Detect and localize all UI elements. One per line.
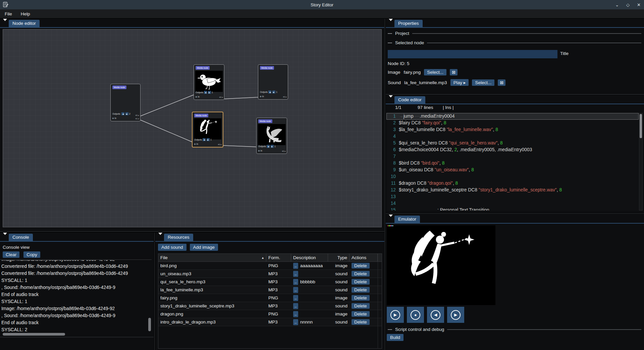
code-line[interactable]: 3$la_fee_luminelle DC8 "la_fee_luminelle…	[386, 126, 639, 133]
code-line[interactable]: 6$mediaChoice0004 DC32, 2, .mediaEntry00…	[386, 147, 639, 153]
decrement-output-button[interactable]: ◀	[204, 91, 207, 94]
delete-button[interactable]: Delete	[352, 295, 370, 301]
table-row[interactable]: intro_drako_le_dragon.mp3MP3..nnnnnsound…	[158, 318, 382, 326]
bird-node[interactable]: Media nodeOutputs◀▶1In#0 ▸	[194, 64, 224, 100]
close-icon[interactable]: ✕	[637, 2, 641, 7]
increment-output-button[interactable]: ▶	[208, 91, 211, 94]
code-line[interactable]: 1→jump····.mediaEntry0004	[386, 113, 639, 120]
node-input-pin[interactable]: In	[196, 96, 200, 98]
increment-output-button[interactable]: ▶	[125, 112, 128, 115]
horizontal-splitter[interactable]	[0, 231, 384, 232]
table-row[interactable]: bird.pngPNG..aaaaaaaaaimageDelete	[158, 262, 382, 270]
node-output-pin[interactable]: #0 ▸	[219, 96, 223, 98]
delete-button[interactable]: Delete	[352, 271, 370, 277]
console-vertical-scrollbar[interactable]	[148, 260, 152, 332]
build-button[interactable]: Build	[387, 334, 404, 341]
code-line[interactable]: 11$dragon DC8 "dragon.qoi", 8	[386, 180, 639, 187]
column-header-actions[interactable]: Actions	[350, 254, 378, 261]
decrement-output-button[interactable]: ◀	[267, 145, 270, 148]
code-line[interactable]: 14	[386, 200, 639, 207]
image-clear-button[interactable]: ⊠	[450, 69, 458, 75]
edit-description-button[interactable]: ..	[293, 263, 298, 269]
play-button[interactable]: ▶	[387, 307, 404, 323]
decrement-output-button[interactable]: ◀	[121, 112, 124, 115]
add-sound-button[interactable]: Add sound	[158, 244, 186, 251]
code-line[interactable]: 8$bird DC8 "bird.qoi", 8	[386, 160, 639, 167]
code-line[interactable]: 10	[386, 173, 639, 180]
forward-button[interactable]: ▶	[447, 307, 464, 323]
code-line[interactable]: 5$qui_sera_le_hero DC8 "qui_sera_le_hero…	[386, 140, 639, 147]
vertical-splitter[interactable]	[154, 233, 155, 350]
tab-code-editor[interactable]: Code editor	[394, 96, 425, 104]
image-select-button[interactable]: Select...	[424, 69, 446, 75]
code-text-area[interactable]: 1→jump····.mediaEntry00042$fairy DC8 "fa…	[386, 113, 639, 211]
edit-description-button[interactable]: ..	[293, 279, 298, 285]
menu-file[interactable]: File	[5, 11, 12, 16]
code-line[interactable]: 4	[386, 133, 639, 140]
node-input-pin[interactable]: In	[112, 117, 116, 119]
code-line[interactable]: 7	[386, 153, 639, 160]
copy-button[interactable]: Copy	[23, 251, 40, 258]
column-header-description[interactable]: Description	[291, 254, 328, 261]
collapse-icon[interactable]	[388, 21, 393, 25]
table-row[interactable]: la_fee_luminelle.mp3MP3..soundDelete	[158, 286, 382, 294]
code-line[interactable]: 9$un_oiseau DC8 "un_oiseau.wav", 8	[386, 167, 639, 173]
collapse-icon[interactable]	[2, 235, 7, 239]
node-input-pin[interactable]: In	[194, 143, 198, 145]
increment-output-button[interactable]: ▶	[207, 138, 210, 141]
tab-emulator[interactable]: Emulator	[394, 216, 420, 223]
table-row[interactable]: qui_sera_le_hero.mp3MP3..bbbbbbsoundDele…	[158, 278, 382, 286]
node-graph-canvas[interactable]: Media nodeOutputs:◀▶2In#0 ▸#1 ▸Media nod…	[3, 29, 382, 227]
scrollbar-thumb[interactable]	[148, 318, 151, 331]
node-input-pin[interactable]: In	[260, 95, 264, 98]
tab-resources[interactable]: Resources	[164, 234, 193, 241]
code-line[interactable]: 13	[386, 193, 639, 200]
collapse-icon[interactable]	[388, 98, 393, 102]
code-line[interactable]: 2$fairy DC8 "fairy.qoi", 8	[386, 120, 639, 126]
clear-button[interactable]: Clear	[3, 251, 19, 258]
collapse-icon[interactable]	[2, 21, 7, 25]
collapse-icon[interactable]	[158, 235, 162, 239]
tab-node-editor[interactable]: Node editor	[9, 20, 40, 27]
scrollbar-thumb[interactable]	[640, 114, 642, 138]
back-button[interactable]: ◀	[427, 307, 444, 323]
delete-button[interactable]: Delete	[352, 311, 370, 317]
increment-output-button[interactable]: ▶	[271, 145, 274, 148]
collapse-icon[interactable]	[388, 217, 393, 221]
console-log[interactable]: Image: /home/anthony/ostproj/ba869e4b-03…	[1, 260, 147, 332]
column-header-file[interactable]: File▲	[158, 254, 266, 261]
decrement-output-button[interactable]: ◀	[203, 138, 206, 141]
menu-help[interactable]: Help	[21, 11, 30, 16]
node-output-pin[interactable]: #0 ▸	[218, 143, 222, 145]
choice-node[interactable]: Media nodeOutputs◀▶1In#0 ▸	[258, 64, 288, 100]
decrement-output-button[interactable]: ◀	[268, 91, 271, 94]
edit-description-button[interactable]: ..	[293, 319, 298, 325]
code-line[interactable]: 12$story1_drako_luminelle_sceptre DC8 "s…	[386, 187, 639, 193]
table-row[interactable]: dragon.pngPNG..imageDelete	[158, 310, 382, 318]
delete-button[interactable]: Delete	[352, 319, 370, 325]
table-row[interactable]: un_oiseau.mp3MP3..soundDelete	[158, 270, 382, 278]
node-output-pin[interactable]: #1 ▸	[136, 117, 139, 120]
increment-output-button[interactable]: ▶	[272, 91, 275, 94]
sound-play-button[interactable]: Play ▸	[450, 79, 469, 86]
edit-description-button[interactable]: ..	[293, 295, 298, 301]
console-horizontal-scrollbar[interactable]	[2, 333, 146, 336]
node-output-pin[interactable]: #0 ▸	[282, 150, 286, 152]
delete-button[interactable]: Delete	[352, 287, 370, 293]
edit-description-button[interactable]: ..	[293, 311, 298, 317]
tab-console[interactable]: Console	[9, 234, 33, 241]
delete-button[interactable]: Delete	[352, 303, 370, 309]
node-output-pin[interactable]: #0 ▸	[283, 96, 287, 98]
stop-button[interactable]: ■	[407, 307, 424, 323]
add-image-button[interactable]: Add image	[190, 244, 218, 251]
delete-button[interactable]: Delete	[352, 279, 370, 285]
node-output-pin[interactable]: #0 ▸	[136, 114, 139, 116]
table-row[interactable]: story1_drako_luminelle_sceptre.mp3MP3..s…	[158, 302, 382, 310]
scrollbar-thumb[interactable]	[3, 333, 65, 336]
maximize-icon[interactable]: ◇	[626, 2, 630, 7]
sound-select-button[interactable]: Select...	[472, 79, 494, 86]
fairy-node[interactable]: Media nodeOutputs◀▶1In#0 ▸	[192, 112, 223, 148]
column-header-format[interactable]: Form.	[266, 254, 291, 261]
code-line[interactable]: 15 ; Personal Text Transition	[386, 207, 639, 211]
table-row[interactable]: fairy.pngPNG..imageDelete	[158, 294, 382, 302]
